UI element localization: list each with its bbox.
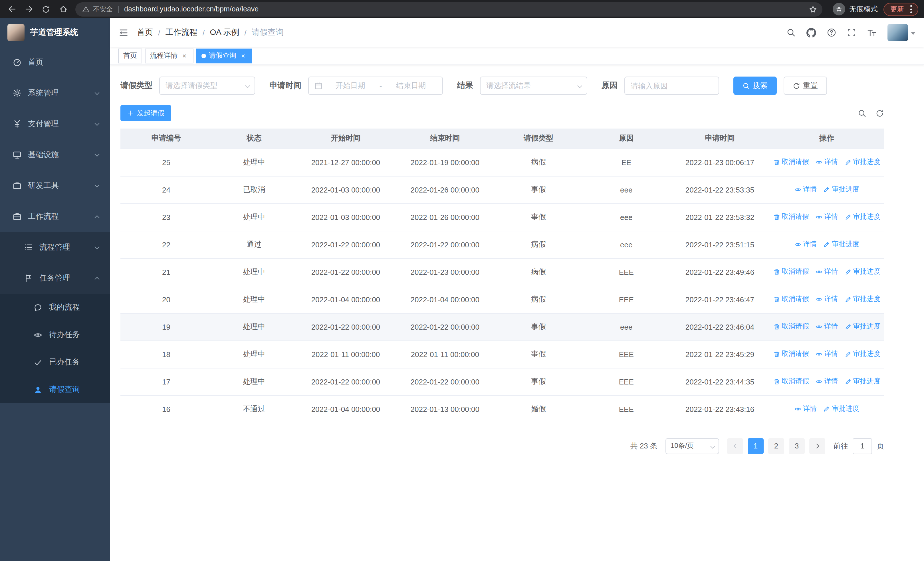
sidebar-collapse-icon[interactable]: [119, 28, 128, 38]
approval-progress-link[interactable]: 审批进度: [844, 349, 880, 359]
back-icon[interactable]: [4, 2, 19, 16]
start-date-placeholder[interactable]: 开始日期: [325, 81, 376, 91]
sidebar-item-workflow[interactable]: 工作流程: [0, 201, 110, 232]
detail-label: 详情: [824, 322, 838, 332]
detail-link[interactable]: 详情: [816, 212, 838, 222]
detail-link[interactable]: 详情: [795, 185, 817, 194]
bookmark-star-icon[interactable]: [807, 3, 819, 15]
detail-link[interactable]: 详情: [816, 295, 838, 304]
page-size-select[interactable]: 10条/页: [666, 438, 719, 454]
detail-link[interactable]: 详情: [816, 157, 838, 167]
github-icon[interactable]: [806, 28, 816, 38]
search-icon[interactable]: [786, 28, 796, 37]
table-row[interactable]: 17 处理中 2022-01-22 00:00:00 2022-01-22 00…: [120, 368, 884, 396]
create-leave-button[interactable]: 发起请假: [120, 105, 171, 121]
table-row[interactable]: 16 不通过 2022-01-04 00:00:00 2022-01-13 00…: [120, 396, 884, 423]
detail-link[interactable]: 详情: [816, 322, 838, 332]
detail-label: 详情: [824, 349, 838, 359]
security-label[interactable]: 不安全: [93, 5, 113, 14]
page-button-2[interactable]: 2: [768, 438, 784, 454]
approval-progress-link[interactable]: 审批进度: [823, 404, 859, 414]
search-toggle-icon[interactable]: [858, 109, 866, 117]
approval-progress-link[interactable]: 审批进度: [844, 267, 880, 277]
approval-progress-link[interactable]: 审批进度: [844, 295, 880, 304]
table-row[interactable]: 22 通过 2022-01-22 00:00:00 2022-01-22 00:…: [120, 231, 884, 258]
close-icon[interactable]: ×: [180, 52, 188, 60]
search-button[interactable]: 搜索: [734, 77, 777, 95]
approval-progress-link[interactable]: 审批进度: [823, 240, 859, 250]
cancel-leave-link[interactable]: 取消请假: [773, 377, 809, 387]
breadcrumb-item[interactable]: 首页: [137, 27, 153, 38]
sidebar-item-dev-tools[interactable]: 研发工具: [0, 170, 110, 201]
sidebar-item-infrastructure[interactable]: 基础设施: [0, 139, 110, 170]
refresh-icon[interactable]: [876, 109, 884, 117]
sidebar-item-done-tasks[interactable]: 已办任务: [0, 349, 110, 376]
search-icon: [742, 82, 750, 89]
date-range-picker[interactable]: 开始日期 - 结束日期: [308, 77, 443, 95]
reason-input[interactable]: [631, 81, 713, 90]
next-page-button[interactable]: [809, 438, 825, 454]
end-date-placeholder[interactable]: 结束日期: [385, 81, 436, 91]
detail-link[interactable]: 详情: [816, 349, 838, 359]
approval-progress-link[interactable]: 审批进度: [844, 157, 880, 167]
sidebar-logo[interactable]: 芋道管理系统: [0, 18, 110, 47]
detail-link[interactable]: 详情: [795, 240, 817, 250]
help-icon[interactable]: [827, 28, 836, 37]
table-row[interactable]: 19 处理中 2022-01-22 00:00:00 2022-01-22 00…: [120, 313, 884, 340]
forward-icon[interactable]: [22, 2, 36, 16]
approval-progress-link[interactable]: 审批进度: [844, 377, 880, 387]
home-icon[interactable]: [56, 2, 70, 16]
user-menu[interactable]: [888, 24, 915, 41]
sidebar-item-leave-query[interactable]: 请假查询: [0, 376, 110, 403]
url-text[interactable]: dashboard.yudao.iocoder.cn/bpm/oa/leave: [124, 5, 807, 13]
table-row[interactable]: 25 处理中 2021-12-27 00:00:00 2022-01-19 00…: [120, 149, 884, 176]
sidebar-item-task-mgmt[interactable]: 任务管理: [0, 263, 110, 294]
goto-page-input[interactable]: [853, 438, 872, 454]
sidebar-item-my-process[interactable]: 我的流程: [0, 294, 110, 321]
sidebar-item-todo-tasks[interactable]: 待办任务: [0, 321, 110, 349]
dashboard-icon: [12, 58, 22, 67]
cancel-leave-link[interactable]: 取消请假: [773, 157, 809, 167]
cancel-leave-link[interactable]: 取消请假: [773, 212, 809, 222]
fullscreen-icon[interactable]: [847, 28, 856, 37]
reset-button[interactable]: 重置: [784, 77, 827, 95]
url-bar[interactable]: 不安全 dashboard.yudao.iocoder.cn/bpm/oa/le…: [75, 2, 822, 16]
approval-progress-link[interactable]: 审批进度: [823, 185, 859, 194]
approval-progress-link[interactable]: 审批进度: [844, 212, 880, 222]
cancel-leave-link[interactable]: 取消请假: [773, 349, 809, 359]
breadcrumb-item[interactable]: 工作流程: [165, 27, 198, 38]
reload-icon[interactable]: [39, 2, 53, 16]
detail-link[interactable]: 详情: [816, 267, 838, 277]
tab-leave-query[interactable]: 请假查询 ×: [196, 48, 252, 63]
filter-label: 请假类型: [120, 81, 152, 91]
close-icon[interactable]: ×: [239, 52, 247, 60]
table-row[interactable]: 18 处理中 2022-01-11 00:00:00 2022-01-11 00…: [120, 340, 884, 368]
tab-home[interactable]: 首页: [118, 48, 142, 63]
table-row[interactable]: 23 处理中 2022-01-03 00:00:00 2022-01-26 00…: [120, 203, 884, 231]
sidebar-item-home[interactable]: 首页: [0, 47, 110, 78]
cancel-leave-link[interactable]: 取消请假: [773, 267, 809, 277]
sidebar-item-process-mgmt[interactable]: 流程管理: [0, 232, 110, 263]
prev-page-button[interactable]: [727, 438, 743, 454]
detail-link[interactable]: 详情: [816, 377, 838, 387]
page-button-3[interactable]: 3: [789, 438, 805, 454]
table-row[interactable]: 20 处理中 2022-01-04 00:00:00 2022-01-04 00…: [120, 286, 884, 313]
sidebar-item-system-mgmt[interactable]: 系统管理: [0, 78, 110, 108]
leave-type-select[interactable]: 请选择请假类型: [159, 77, 255, 95]
chevron-up-icon: [95, 214, 99, 220]
detail-link[interactable]: 详情: [795, 404, 817, 414]
table-row[interactable]: 21 处理中 2022-01-22 00:00:00 2022-01-23 00…: [120, 258, 884, 286]
cancel-leave-link[interactable]: 取消请假: [773, 295, 809, 304]
page-button-1[interactable]: 1: [748, 438, 764, 454]
breadcrumb-item[interactable]: OA 示例: [210, 27, 239, 38]
tab-process-detail[interactable]: 流程详情 ×: [145, 48, 194, 63]
table-row[interactable]: 24 已取消 2022-01-03 00:00:00 2022-01-26 00…: [120, 176, 884, 203]
kebab-menu-icon[interactable]: [909, 4, 913, 14]
avatar[interactable]: [888, 24, 908, 41]
cancel-leave-link[interactable]: 取消请假: [773, 322, 809, 332]
approval-progress-link[interactable]: 审批进度: [844, 322, 880, 332]
font-size-icon[interactable]: [867, 28, 877, 38]
update-button[interactable]: 更新: [884, 3, 918, 16]
result-select[interactable]: 请选择流结果: [480, 77, 587, 95]
sidebar-item-payment-mgmt[interactable]: 支付管理: [0, 108, 110, 139]
